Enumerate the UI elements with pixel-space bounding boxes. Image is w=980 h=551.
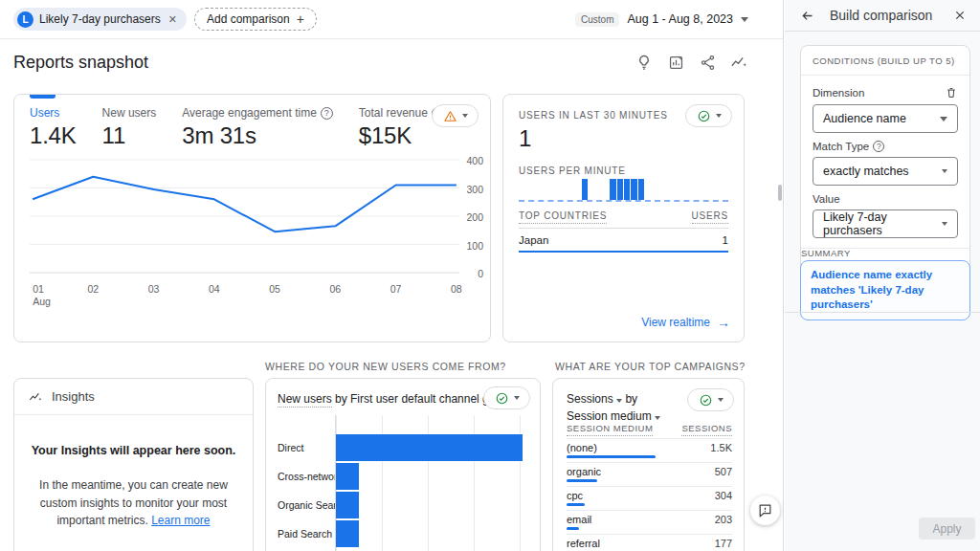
x-axis-month: Aug <box>33 296 51 308</box>
close-icon[interactable]: ✕ <box>168 13 177 26</box>
country-bar <box>519 251 728 253</box>
feedback-button[interactable] <box>750 496 780 525</box>
users-per-minute-label: USERS PER MINUTE <box>519 165 626 176</box>
top-countries-rows: Japan1 <box>519 229 728 253</box>
value-label: Value <box>813 193 840 205</box>
sessions-value: 507 <box>715 466 732 477</box>
metric-label: Users <box>30 106 77 120</box>
y-axis-labels: 0100200300400 <box>459 154 484 309</box>
campaigns-status-pill[interactable] <box>687 388 734 411</box>
campaign-row[interactable]: email203 <box>567 510 732 534</box>
campaign-row-head: email203 <box>567 514 732 525</box>
session-medium-value: organic <box>567 466 601 477</box>
metric-label-text: Users <box>30 106 59 120</box>
close-icon[interactable] <box>952 8 968 23</box>
insights-body: In the meantime, you can create new cust… <box>27 476 240 530</box>
metric-average-engagement-time[interactable]: Average engagement time?3m 31s <box>182 106 333 149</box>
channel-status-pill[interactable] <box>483 386 530 409</box>
page-header: Reports snapshot <box>0 40 783 84</box>
x-tick-label: 02 <box>88 283 100 296</box>
check-circle-icon <box>495 391 509 406</box>
channel-bar[interactable] <box>336 434 523 461</box>
feedback-bubble-icon <box>757 502 773 518</box>
channel-bar[interactable] <box>336 492 359 518</box>
insights-trend-icon <box>28 389 43 405</box>
warning-icon <box>443 109 457 123</box>
active-metric-indicator <box>30 95 56 99</box>
analytics-app: L Likely 7-day purchasers ✕ Add comparis… <box>0 0 980 551</box>
match-type-label-row: Match Type ? <box>813 141 958 152</box>
metric-new-users[interactable]: New users11 <box>102 106 157 149</box>
main-content: L Likely 7-day purchasers ✕ Add comparis… <box>0 0 784 551</box>
campaigns-chart-title: Sessions by Session medium <box>567 390 660 425</box>
match-type-label: Match Type <box>813 141 869 152</box>
insights-lightbulb-icon[interactable] <box>633 51 656 74</box>
campaign-row[interactable]: (none)1.5K <box>567 438 732 462</box>
sessions-value: 1.5K <box>710 442 732 453</box>
channel-labels: DirectCross-networkOrganic SearchPaid Se… <box>278 415 335 551</box>
help-icon[interactable]: ? <box>873 141 884 152</box>
date-custom-badge: Custom <box>575 12 619 27</box>
comparison-avatar: L <box>17 11 33 28</box>
realtime-card: USERS IN LAST 30 MINUTES 1 USERS PER MIN… <box>502 94 745 342</box>
check-circle-icon <box>697 109 711 123</box>
top-countries-header[interactable]: TOP COUNTRIES <box>519 210 607 224</box>
channel-bar[interactable] <box>336 463 359 490</box>
date-range-label: Aug 1 - Aug 8, 2023 <box>627 12 733 26</box>
users-header[interactable]: USERS <box>692 210 728 224</box>
back-arrow-icon[interactable] <box>799 8 815 24</box>
session-medium-header[interactable]: SESSION MEDIUM <box>567 423 653 436</box>
trash-icon[interactable] <box>945 86 958 99</box>
learn-more-link[interactable]: Learn more <box>151 514 210 527</box>
chevron-down-icon <box>940 117 947 121</box>
condition-fields: Dimension Audience name Match Type ? exa… <box>801 76 969 248</box>
realtime-status-pill[interactable] <box>685 104 732 127</box>
value-select[interactable]: Likely 7-day purchasers <box>813 209 958 238</box>
channel-bar[interactable] <box>336 520 359 547</box>
campaign-row[interactable]: cpc304 <box>567 486 732 510</box>
campaign-row-bar <box>567 503 585 506</box>
metric-picker[interactable]: New users <box>278 392 332 408</box>
add-comparison-label: Add comparison <box>207 12 290 26</box>
dimension-picker[interactable]: Session medium <box>567 409 652 423</box>
dimension-label: Dimension <box>813 87 864 99</box>
metric-value: 3m 31s <box>182 122 333 149</box>
view-realtime-label: View realtime <box>641 316 710 329</box>
country-row[interactable]: Japan1 <box>519 229 728 251</box>
metric-label-text: Average engagement time <box>182 106 317 120</box>
minute-bar <box>638 179 644 200</box>
campaigns-table-header: SESSION MEDIUM SESSIONS <box>567 423 732 436</box>
comparison-chip[interactable]: L Likely 7-day purchasers ✕ <box>13 8 187 31</box>
key-metrics-card: Users1.4KNew users11Average engagement t… <box>13 94 491 342</box>
metric-users[interactable]: Users1.4K <box>30 106 77 149</box>
minute-bar <box>610 179 615 200</box>
value-value: Likely 7-day purchasers <box>823 210 942 237</box>
metric-picker[interactable]: Sessions <box>567 392 613 406</box>
insights-headline: Your Insights will appear here soon. <box>30 444 237 457</box>
match-type-select[interactable]: exactly matches <box>813 157 958 186</box>
dimension-select[interactable]: Audience name <box>813 104 958 133</box>
campaign-row[interactable]: referral177 <box>567 534 732 551</box>
channel-label: Organic Search <box>278 492 335 518</box>
customize-report-icon[interactable] <box>664 51 687 74</box>
metric-label-text: Total revenue <box>359 106 428 120</box>
view-realtime-link[interactable]: View realtime → <box>641 315 730 330</box>
channel-chart-title[interactable]: New users by First user default channel … <box>278 392 484 406</box>
insights-trend-icon[interactable] <box>727 51 750 74</box>
campaign-row[interactable]: organic507 <box>567 462 732 486</box>
chevron-down-icon <box>718 398 724 402</box>
sessions-header[interactable]: SESSIONS <box>681 423 732 436</box>
campaigns-card: Sessions by Session medium SESSION MEDIU… <box>552 378 745 551</box>
dimension-label-row: Dimension <box>813 86 958 99</box>
session-medium-value: email <box>567 514 591 525</box>
share-icon[interactable] <box>696 51 719 74</box>
metrics-status-pill[interactable] <box>432 104 479 127</box>
y-tick-label: 0 <box>478 268 483 279</box>
value-label-row: Value <box>813 193 958 205</box>
apply-button[interactable]: Apply <box>919 518 975 540</box>
add-comparison-button[interactable]: Add comparison + <box>194 8 317 31</box>
date-range-picker[interactable]: Custom Aug 1 - Aug 8, 2023 <box>575 12 748 27</box>
help-icon[interactable]: ? <box>321 107 333 120</box>
session-medium-value: (none) <box>567 442 597 453</box>
scrollbar-thumb[interactable] <box>778 185 782 201</box>
